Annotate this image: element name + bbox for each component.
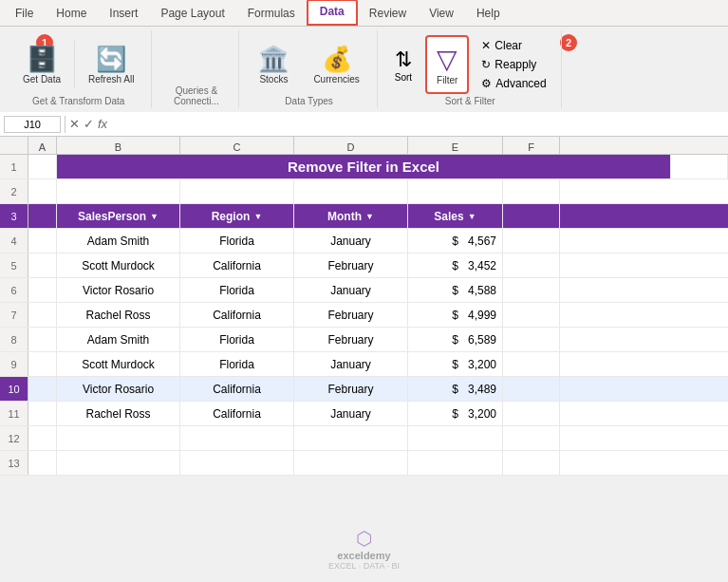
cell-month-10[interactable]: February	[294, 377, 408, 401]
cell-b12[interactable]	[57, 426, 180, 450]
cell-e12[interactable]	[408, 426, 503, 450]
cell-c13[interactable]	[180, 451, 294, 475]
col-header-b[interactable]: B	[57, 137, 180, 154]
region-dropdown-icon[interactable]: ▼	[253, 212, 262, 221]
cell-sales-6[interactable]: $ 4,588	[408, 278, 503, 302]
cell-d2[interactable]	[294, 179, 408, 203]
cell-sales-4[interactable]: $ 4,567	[408, 229, 503, 253]
tab-data[interactable]: Data	[307, 0, 358, 26]
cell-a11[interactable]	[28, 402, 57, 425]
cancel-formula-icon[interactable]: ✕	[69, 117, 80, 131]
cell-reference[interactable]: J10	[4, 116, 61, 133]
cell-f8[interactable]	[503, 328, 560, 351]
tab-home[interactable]: Home	[45, 3, 98, 26]
tab-help[interactable]: Help	[465, 3, 512, 26]
cell-month-9[interactable]: January	[294, 352, 408, 376]
filter-button[interactable]: ▽ Filter	[425, 35, 469, 94]
header-sales[interactable]: Sales ▼	[408, 204, 503, 228]
cell-salesperson-4[interactable]: Adam Smith	[57, 229, 180, 253]
cell-month-7[interactable]: February	[294, 303, 408, 327]
tab-formulas[interactable]: Formulas	[236, 3, 307, 26]
cell-region-10[interactable]: California	[180, 377, 294, 401]
col-header-a[interactable]: A	[28, 137, 57, 154]
cell-f6[interactable]	[503, 278, 560, 302]
cell-a5[interactable]	[28, 253, 57, 277]
cell-sales-5[interactable]: $ 3,452	[408, 253, 503, 277]
cell-a7[interactable]	[28, 303, 57, 327]
cell-f7[interactable]	[503, 303, 560, 327]
cell-region-9[interactable]: Florida	[180, 352, 294, 376]
cell-f2[interactable]	[503, 179, 560, 203]
col-header-e[interactable]: E	[408, 137, 503, 154]
tab-file[interactable]: File	[4, 3, 45, 26]
cell-f3[interactable]	[503, 204, 560, 228]
header-salesperson[interactable]: SalesPerson ▼	[57, 204, 180, 228]
cell-sales-11[interactable]: $ 3,200	[408, 402, 503, 425]
cell-f10[interactable]	[503, 377, 560, 401]
cell-salesperson-7[interactable]: Rachel Ross	[57, 303, 180, 327]
cell-region-7[interactable]: California	[180, 303, 294, 327]
insert-function-icon[interactable]: fx	[98, 117, 107, 131]
cell-c12[interactable]	[180, 426, 294, 450]
cell-e13[interactable]	[408, 451, 503, 475]
cell-a4[interactable]	[28, 229, 57, 253]
col-header-f[interactable]: F	[503, 137, 560, 154]
cell-a9[interactable]	[28, 352, 57, 376]
cell-b13[interactable]	[57, 451, 180, 475]
currencies-button[interactable]: 💰 Currencies	[306, 35, 366, 94]
formula-input[interactable]	[111, 122, 724, 126]
cell-e2[interactable]	[408, 179, 503, 203]
cell-sales-9[interactable]: $ 3,200	[408, 352, 503, 376]
cell-salesperson-6[interactable]: Victor Rosario	[57, 278, 180, 302]
cell-region-11[interactable]: California	[180, 402, 294, 425]
refresh-all-button[interactable]: 🔄 Refresh All	[81, 35, 141, 94]
clear-button[interactable]: ✕ Clear	[476, 37, 551, 54]
tab-view[interactable]: View	[418, 3, 465, 26]
cell-d12[interactable]	[294, 426, 408, 450]
tab-insert[interactable]: Insert	[98, 3, 149, 26]
cell-salesperson-11[interactable]: Rachel Ross	[57, 402, 180, 425]
cell-month-6[interactable]: January	[294, 278, 408, 302]
cell-sales-8[interactable]: $ 6,589	[408, 328, 503, 351]
cell-region-6[interactable]: Florida	[180, 278, 294, 302]
cell-salesperson-10[interactable]: Victor Rosario	[57, 377, 180, 401]
cell-sales-7[interactable]: $ 4,999	[408, 303, 503, 327]
cell-month-8[interactable]: February	[294, 328, 408, 351]
cell-a8[interactable]	[28, 328, 57, 351]
cell-month-4[interactable]: January	[294, 229, 408, 253]
stocks-button[interactable]: 🏛️ Stocks	[251, 35, 296, 94]
cell-salesperson-8[interactable]: Adam Smith	[57, 328, 180, 351]
col-header-d[interactable]: D	[294, 137, 408, 154]
cell-f5[interactable]	[503, 253, 560, 277]
cell-sales-10[interactable]: $ 3,489	[408, 377, 503, 401]
cell-a6[interactable]	[28, 278, 57, 302]
cell-salesperson-5[interactable]: Scott Murdock	[57, 253, 180, 277]
confirm-formula-icon[interactable]: ✓	[84, 117, 94, 131]
cell-month-5[interactable]: February	[294, 253, 408, 277]
cell-a12[interactable]	[28, 426, 57, 450]
cell-f13[interactable]	[503, 451, 560, 475]
cell-b2[interactable]	[57, 179, 180, 203]
cell-f4[interactable]	[503, 229, 560, 253]
cell-a1[interactable]	[28, 155, 57, 178]
cell-f9[interactable]	[503, 352, 560, 376]
salesperson-dropdown-icon[interactable]: ▼	[150, 212, 159, 221]
cell-f1[interactable]	[671, 155, 728, 178]
advanced-button[interactable]: ⚙ Advanced	[476, 75, 551, 92]
cell-region-5[interactable]: California	[180, 253, 294, 277]
cell-d13[interactable]	[294, 451, 408, 475]
header-month[interactable]: Month ▼	[294, 204, 408, 228]
cell-a10[interactable]	[28, 377, 57, 401]
col-header-c[interactable]: C	[180, 137, 294, 154]
cell-a2[interactable]	[28, 179, 57, 203]
reapply-button[interactable]: ↻ Reapply	[476, 56, 551, 73]
cell-f11[interactable]	[503, 402, 560, 425]
cell-region-8[interactable]: Florida	[180, 328, 294, 351]
cell-c2[interactable]	[180, 179, 294, 203]
header-region[interactable]: Region ▼	[180, 204, 294, 228]
cell-salesperson-9[interactable]: Scott Murdock	[57, 352, 180, 376]
sales-dropdown-icon[interactable]: ▼	[468, 212, 476, 221]
sort-button[interactable]: ⇅ Sort	[389, 35, 418, 94]
tab-page-layout[interactable]: Page Layout	[149, 3, 235, 26]
get-data-button[interactable]: 🗄️ Get Data	[15, 35, 68, 94]
